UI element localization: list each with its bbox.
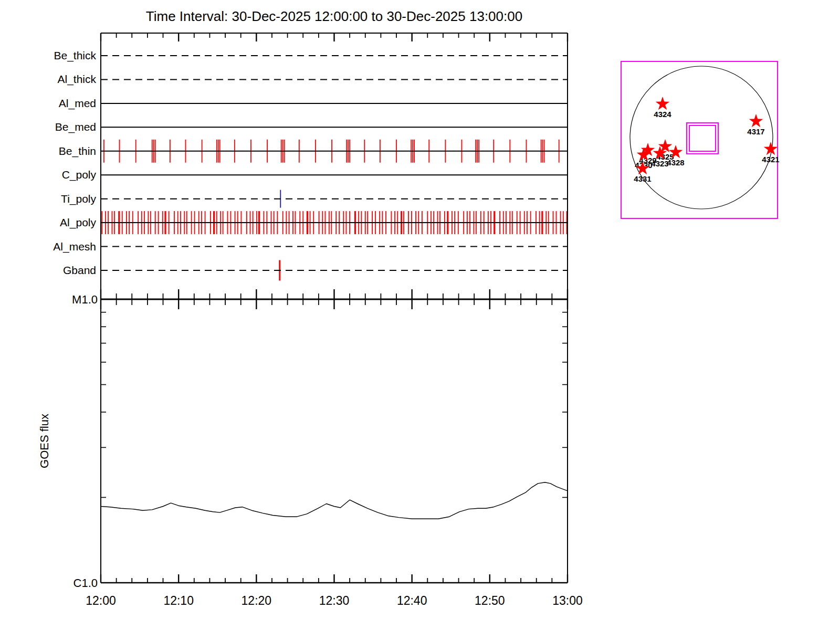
active-region-star-4321 <box>764 142 778 155</box>
x-axis-tick-label: 12:30 <box>319 594 350 607</box>
active-region-label-4321: 4321 <box>762 155 779 164</box>
active-region-label-4324: 4324 <box>654 110 671 119</box>
fov-box-inner <box>689 125 716 151</box>
x-axis-tick-label: 12:50 <box>475 594 505 607</box>
x-axis-tick-label: 13:00 <box>552 594 583 607</box>
goes-y-top-label: M1.0 <box>72 293 98 306</box>
filter-row-label-C_poly: C_poly <box>62 169 97 181</box>
filter-row-label-Al_mesh: Al_mesh <box>53 240 96 253</box>
filter-row-label-Gband: Gband <box>63 264 96 276</box>
x-axis-tick-label: 12:10 <box>163 594 194 607</box>
filter-row-label-Be_thick: Be_thick <box>54 49 96 62</box>
goes-flux-curve <box>101 482 568 519</box>
active-region-star-4324 <box>656 97 670 110</box>
active-region-label-4317: 4317 <box>747 127 764 136</box>
active-region-label-4331: 4331 <box>634 174 651 183</box>
sun-map-border <box>621 61 778 218</box>
goes-y-axis-title: GOES flux <box>38 414 51 468</box>
active-region-star-4317 <box>749 114 763 127</box>
filter-row-label-Al_thick: Al_thick <box>57 73 96 86</box>
filter-row-label-Al_poly: Al_poly <box>60 216 96 229</box>
x-axis-tick-label: 12:20 <box>242 594 272 607</box>
plot-window: Time Interval: 30-Dec-2025 12:00:00 to 3… <box>0 0 840 630</box>
active-region-label-4328: 4328 <box>667 158 684 167</box>
x-axis-tick-label: 12:00 <box>86 594 116 607</box>
plot-canvas: Be_thickAl_thickAl_medBe_medBe_thinC_pol… <box>0 0 840 630</box>
filter-row-label-Be_med: Be_med <box>55 121 96 133</box>
fov-box-outer <box>687 123 718 154</box>
filter-row-label-Al_med: Al_med <box>59 97 96 110</box>
filter-row-label-Ti_poly: Ti_poly <box>61 193 96 205</box>
filter-row-label-Be_thin: Be_thin <box>59 145 96 158</box>
solar-limb-circle <box>630 66 773 209</box>
x-axis-tick-label: 12:40 <box>397 594 427 607</box>
goes-y-bottom-label: C1.0 <box>74 576 98 590</box>
